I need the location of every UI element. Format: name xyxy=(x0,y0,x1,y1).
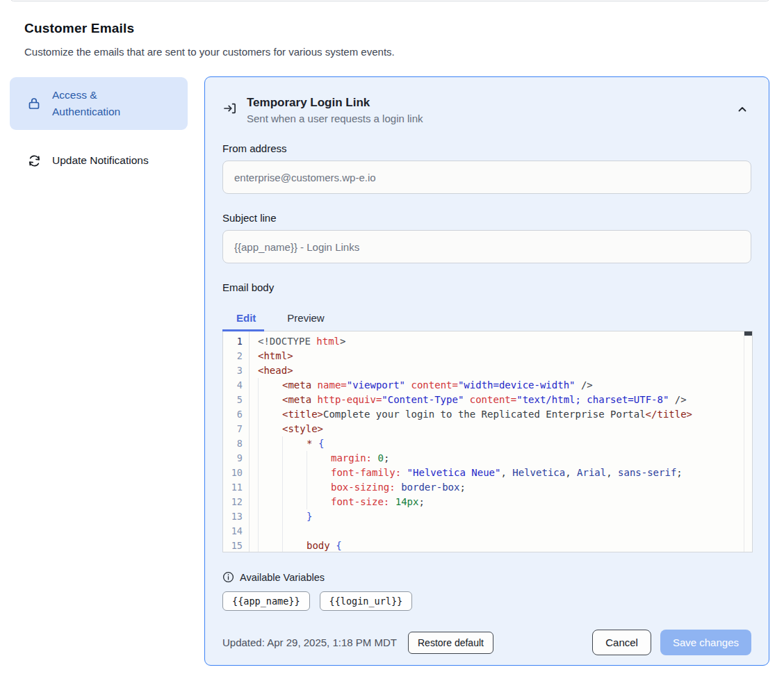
line-number: 6 xyxy=(223,407,249,422)
line-number: 14 xyxy=(223,524,249,539)
variable-chip-login-url[interactable]: {{login_url}} xyxy=(320,591,413,611)
line-number: 11 xyxy=(223,480,249,495)
restore-default-button[interactable]: Restore default xyxy=(408,632,493,654)
available-variables-label: Available Variables xyxy=(240,572,325,583)
code-line: <html> xyxy=(258,349,752,363)
sidebar-item-update-notifications[interactable]: Update Notifications xyxy=(10,147,188,174)
code-line: font-family: "Helvetica Neue", Helvetica… xyxy=(258,466,752,480)
line-number: 8 xyxy=(223,436,249,451)
panel-header: Temporary Login Link Sent when a user re… xyxy=(222,96,751,124)
code-line: <head> xyxy=(258,363,752,378)
sidebar: Access & Authentication Update Notificat… xyxy=(10,77,188,174)
line-number: 4 xyxy=(223,378,249,393)
info-icon xyxy=(222,571,234,583)
collapse-button[interactable] xyxy=(733,100,751,118)
from-address-input[interactable] xyxy=(222,161,751,194)
active-tab-indicator xyxy=(222,329,264,331)
code-line xyxy=(258,524,752,539)
code-line: * { xyxy=(258,436,752,451)
previous-section-edge xyxy=(10,0,770,1)
line-number: 7 xyxy=(223,422,249,436)
chevron-up-icon xyxy=(737,104,748,115)
available-variables-header: Available Variables xyxy=(222,571,751,583)
code-line: <title>Complete your login to the Replic… xyxy=(258,407,752,422)
panel-header-text: Temporary Login Link Sent when a user re… xyxy=(247,96,733,124)
email-body-label: Email body xyxy=(222,281,751,293)
tab-preview[interactable]: Preview xyxy=(273,304,338,331)
sidebar-item-label: Access & Authentication xyxy=(52,87,136,120)
page-title: Customer Emails xyxy=(24,21,511,36)
panel-footer: Updated: Apr 29, 2025, 1:18 PM MDT Resto… xyxy=(222,630,751,655)
sidebar-item-access-authentication[interactable]: Access & Authentication xyxy=(10,77,188,130)
editor-scrollbar-track[interactable] xyxy=(744,331,752,552)
save-changes-button[interactable]: Save changes xyxy=(660,630,751,655)
page-subtitle: Customize the emails that are sent to yo… xyxy=(24,46,511,58)
line-number: 9 xyxy=(223,451,249,466)
line-number: 3 xyxy=(223,363,249,378)
subject-line-label: Subject line xyxy=(222,212,751,224)
editor-code[interactable]: <!DOCTYPE html><html><head><meta name="v… xyxy=(250,331,752,552)
line-number: 12 xyxy=(223,495,249,509)
code-line: <meta http-equiv="Content-Type" content=… xyxy=(258,393,752,407)
line-number: 5 xyxy=(223,393,249,407)
panel-subtitle: Sent when a user requests a login link xyxy=(247,113,733,124)
refresh-icon xyxy=(26,153,42,168)
code-line: box-sizing: border-box; xyxy=(258,480,752,495)
line-number: 15 xyxy=(223,539,249,552)
code-line: margin: 0; xyxy=(258,451,752,466)
panel-title: Temporary Login Link xyxy=(247,96,733,110)
line-number: 10 xyxy=(223,466,249,480)
tab-edit[interactable]: Edit xyxy=(222,304,270,331)
editor-scrollbar-thumb[interactable] xyxy=(744,331,752,336)
code-line: font-size: 14px; xyxy=(258,495,752,509)
log-in-icon xyxy=(222,101,238,116)
code-line: } xyxy=(258,509,752,524)
code-line: body { xyxy=(258,539,752,552)
subject-line-input[interactable] xyxy=(222,230,751,263)
line-number: 13 xyxy=(223,509,249,524)
line-number: 2 xyxy=(223,349,249,363)
from-address-label: From address xyxy=(222,142,751,154)
page-header: Customer Emails Customize the emails tha… xyxy=(24,21,511,58)
cancel-button[interactable]: Cancel xyxy=(592,630,651,655)
code-editor[interactable]: 12345678910111213141516 <!DOCTYPE html><… xyxy=(222,331,753,552)
editor-tabs: Edit Preview xyxy=(222,304,751,331)
line-number: 1 xyxy=(223,334,249,349)
variable-chip-app-name[interactable]: {{app_name}} xyxy=(222,591,310,611)
lock-icon xyxy=(26,96,42,111)
code-line: <meta name="viewport" content="width=dev… xyxy=(258,378,752,393)
updated-timestamp: Updated: Apr 29, 2025, 1:18 PM MDT xyxy=(222,637,397,648)
sidebar-item-label: Update Notifications xyxy=(52,152,149,169)
code-line: <!DOCTYPE html> xyxy=(258,334,752,349)
variable-chips: {{app_name}} {{login_url}} xyxy=(222,591,751,611)
code-line: <style> xyxy=(258,422,752,436)
email-template-panel: Temporary Login Link Sent when a user re… xyxy=(204,76,769,666)
editor-gutter: 12345678910111213141516 xyxy=(223,331,250,552)
